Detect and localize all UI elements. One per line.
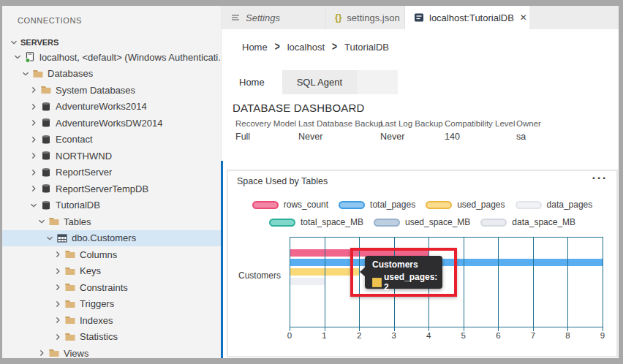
tooltip-title: Customers [372,259,437,270]
chevron-down-icon[interactable] [28,201,39,210]
legend-swatch-icon [480,219,507,227]
breadcrumb-item-localhost[interactable]: localhost [287,42,325,53]
database-icon [40,150,52,162]
tab-label: localhost:TutorialDB [429,12,514,23]
tree-item-keys[interactable]: Keys [2,263,221,280]
legend-item-rows_count[interactable]: rows_count [252,200,328,210]
tree-item-triggers[interactable]: Triggers [2,296,221,313]
database-icon [40,200,52,211]
tab-settings-json[interactable]: {}settings.json [326,6,405,29]
bar-data_pages[interactable] [290,278,325,285]
chevron-right-icon[interactable] [28,151,39,160]
property-last-log-backup: Last Log BackupNever [380,119,443,142]
tick-label: 3 [387,331,401,340]
sidebar-title: CONNECTIONS [2,6,221,35]
tree-item-northwnd[interactable]: NORTHWND [2,148,221,164]
gridline [533,237,534,327]
tree-item-adventureworksdw2014[interactable]: AdventureWorksDW2014 [2,115,221,132]
chevron-right-icon[interactable] [28,118,39,127]
tree-item-label: localhost, <default> (Windows Authentica… [39,52,221,63]
chevron-right-icon[interactable] [28,102,39,111]
chevron-down-icon[interactable] [36,217,47,226]
tree-item-label: Views [64,348,88,358]
tree-item-label: NORTHWND [56,151,112,162]
chevron-right-icon[interactable] [52,333,63,341]
table-icon [56,232,68,244]
subtab-sql-agent[interactable]: SQL Agent [282,70,357,94]
folder-icon [32,68,44,80]
tree-item-tutorialdb[interactable]: TutorialDB [2,197,221,214]
chevron-right-icon[interactable] [52,300,63,308]
braces-icon: {} [335,12,341,23]
property-value: 140 [445,132,516,142]
legend-item-data_space_MB[interactable]: data_space_MB [480,217,575,227]
chevron-down-icon[interactable] [12,53,23,61]
legend-swatch-icon [252,201,279,209]
close-icon[interactable]: ✕ [514,12,527,23]
database-icon [40,117,52,129]
chevron-right-icon[interactable] [52,250,63,259]
legend-label: total_pages [370,200,415,210]
server-icon [24,51,36,63]
breadcrumb-item-tutorialdb[interactable]: TutorialDB [344,42,389,53]
legend-item-used_space_MB[interactable]: used_space_MB [374,217,470,227]
chevron-right-icon[interactable] [28,184,39,193]
tree-item-econtact[interactable]: Econtact [2,132,221,148]
tree-item-label: Constraints [80,282,128,293]
tree-item-statistics[interactable]: Statistics [2,329,221,346]
tree-item-views[interactable]: Views [2,345,221,358]
tab-settings[interactable]: Settings [222,6,326,29]
servers-section-label: SERVERS [20,38,58,47]
servers-section-header[interactable]: SERVERS [2,35,221,49]
tick-label: 0 [282,331,297,340]
legend-item-data_pages[interactable]: data_pages [516,200,593,210]
tree-item-reportserver[interactable]: ReportServer [2,164,221,181]
panel-resize-sash[interactable] [221,161,223,358]
tree-item-label: TutorialDB [56,200,100,211]
tree-item-constraints[interactable]: Constraints [2,279,221,296]
legend-item-total_space_MB[interactable]: total_space_MB [269,217,363,227]
property-compatibility-level: Compatibility Level140 [445,119,516,142]
chevron-right-icon[interactable] [28,135,39,144]
tree-item-dbo-customers[interactable]: dbo.Customers [2,230,221,247]
property-label: Owner [516,119,541,128]
property-label: Compatibility Level [445,119,516,128]
widget-menu-button[interactable]: ··· [592,171,608,186]
tick-label: 7 [526,331,540,340]
property-value: Never [380,132,443,142]
folder-icon [64,249,76,260]
tree-item-indexes[interactable]: Indexes [2,312,221,329]
tree-item-localhost-default-windows-authenticati[interactable]: localhost, <default> (Windows Authentica… [2,49,221,66]
editor-area: Settings{}settings.jsonlocalhost:Tutoria… [222,6,619,358]
legend-item-used_pages[interactable]: used_pages [426,200,505,210]
legend-swatch-icon [269,219,295,227]
tooltip-entry: used_pages: 2 [384,272,437,292]
tree-item-system-databases[interactable]: System Databases [2,82,221,99]
chevron-right-icon[interactable] [36,349,47,357]
chevron-down-icon[interactable] [44,234,55,243]
folder-icon [64,314,76,326]
chevron-down-icon[interactable] [20,69,31,78]
tab-localhost-tutorialdb[interactable]: localhost:TutorialDB✕ [405,6,529,29]
tree-item-columns[interactable]: Columns [2,246,221,263]
property-label: Last Log Backup [380,119,443,128]
chevron-right-icon[interactable] [28,86,39,94]
tree-item-label: ReportServer [56,167,112,178]
legend-item-total_pages[interactable]: total_pages [339,200,415,210]
gridline [290,237,290,327]
tick-label: 6 [491,331,505,340]
breadcrumb-item-home[interactable]: Home [242,42,268,53]
chevron-right-icon[interactable] [52,267,63,276]
bar-used_pages[interactable] [290,268,360,276]
chevron-right-icon[interactable] [52,283,63,292]
tree-item-label: Columns [80,249,117,260]
subtab-home[interactable]: Home [222,70,282,94]
tree-item-databases[interactable]: Databases [2,66,221,83]
chart-category-label: Customers [234,270,281,281]
tree-item-adventureworks2014[interactable]: AdventureWorks2014 [2,99,221,115]
dashboard-file-icon [414,12,424,23]
tree-item-reportservertempdb[interactable]: ReportServerTempDB [2,181,221,197]
chevron-right-icon[interactable] [52,316,63,325]
tree-item-tables[interactable]: Tables [2,213,221,230]
chevron-right-icon[interactable] [28,168,39,177]
